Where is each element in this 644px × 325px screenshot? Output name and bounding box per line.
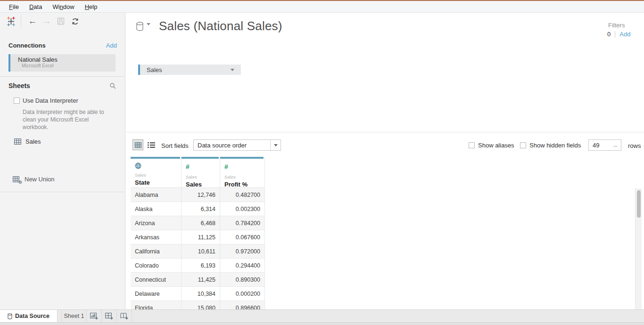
menu-data[interactable]: Data	[24, 1, 47, 12]
connections-title: Connections	[8, 42, 46, 49]
refresh-icon[interactable]	[68, 15, 82, 28]
show-aliases-checkbox[interactable]	[469, 142, 475, 148]
show-aliases-row: Show aliases	[469, 142, 514, 149]
sort-fields-label: Sort fields	[161, 142, 189, 149]
filters-header: Filters	[607, 22, 640, 29]
table-cell[interactable]: Connecticut	[131, 273, 182, 286]
chevron-down-icon	[274, 144, 278, 146]
table-cell[interactable]: 0.067600	[220, 230, 265, 244]
table-row[interactable]: California10,6110.972000	[131, 244, 265, 259]
tab-sheet1-label: Sheet 1	[64, 313, 84, 319]
menu-file[interactable]: File	[4, 1, 24, 12]
table-cell[interactable]: 15,080	[182, 301, 220, 309]
sheets-header: Sheets	[8, 82, 116, 89]
undo-back-icon[interactable]: ←	[25, 15, 40, 28]
table-grid-icon	[14, 138, 21, 145]
table-cell[interactable]: Alaska	[131, 202, 182, 216]
new-dashboard-button[interactable]	[102, 310, 117, 322]
page-title: Sales (National Sales)	[159, 19, 282, 33]
table-cell[interactable]: Arizona	[131, 216, 182, 230]
table-cell[interactable]: 11,125	[182, 230, 220, 244]
table-cell[interactable]: 10,611	[182, 244, 220, 258]
table-row[interactable]: Alaska6,3140.002300	[131, 202, 265, 216]
tab-data-source[interactable]: Data Source	[0, 310, 58, 322]
table-cell[interactable]: Arkansas	[131, 230, 182, 244]
connections-add-link[interactable]: Add	[106, 42, 117, 49]
tableau-logo-icon[interactable]	[4, 15, 18, 28]
canvas-table-sales[interactable]: Sales	[138, 65, 241, 75]
column-header-profit[interactable]: # Sales Profit %	[220, 157, 265, 188]
scrollbar-thumb[interactable]	[637, 190, 641, 218]
table-cell[interactable]: 10,384	[182, 287, 220, 301]
grid-view-button[interactable]	[132, 139, 143, 150]
vertical-scrollbar[interactable]	[635, 188, 642, 309]
table-cell[interactable]: 0.972000	[220, 244, 265, 258]
use-data-interpreter-label[interactable]: Use Data Interpreter	[23, 97, 78, 104]
table-cell[interactable]: 11,425	[182, 273, 220, 286]
save-icon[interactable]	[54, 15, 68, 28]
table-cell[interactable]: 6,314	[182, 202, 220, 216]
tab-sheet1[interactable]: Sheet 1	[61, 310, 87, 322]
table-row[interactable]: Delaware10,3840.000200	[131, 287, 265, 301]
row-count-input[interactable]: 49 →	[588, 139, 621, 151]
row-count-value[interactable]: 49	[589, 142, 611, 149]
table-cell[interactable]: 6,193	[182, 259, 220, 272]
connections-header: Connections Add	[8, 42, 117, 49]
menu-window[interactable]: Window	[47, 1, 79, 12]
use-data-interpreter-checkbox[interactable]	[14, 98, 20, 104]
status-bar	[0, 322, 644, 325]
toolbar: ← →	[0, 13, 125, 30]
table-cell[interactable]: Florida	[131, 301, 182, 309]
table-cell[interactable]: California	[131, 244, 182, 258]
table-cell[interactable]: Delaware	[131, 287, 182, 301]
new-union-icon: ⚙	[13, 176, 20, 183]
table-row[interactable]: Arizona6,4680.784200	[131, 216, 265, 230]
table-cell[interactable]: 0.002300	[220, 202, 265, 216]
search-icon[interactable]	[109, 82, 116, 89]
table-cell[interactable]: Colorado	[131, 259, 182, 272]
redo-forward-icon[interactable]: →	[40, 15, 54, 28]
column-name: Sales	[186, 181, 220, 188]
table-cell[interactable]: Alabama	[131, 188, 182, 202]
tab-data-source-label: Data Source	[15, 313, 50, 319]
column-header-state[interactable]: Sales State	[131, 157, 182, 188]
new-story-button[interactable]	[117, 310, 132, 322]
table-cell[interactable]: 0.294400	[220, 259, 265, 272]
dropdown-caret-button[interactable]	[270, 140, 281, 150]
apply-row-count-arrow-icon[interactable]: →	[611, 141, 621, 149]
sort-fields-dropdown[interactable]: Data source order	[193, 139, 281, 151]
table-row[interactable]: Colorado6,1930.294400	[131, 259, 265, 273]
table-cell[interactable]: 0.896600	[220, 301, 265, 309]
table-cell[interactable]: 0.784200	[220, 216, 265, 230]
table-row[interactable]: Arkansas11,1250.067600	[131, 230, 265, 244]
connection-type: Microsoft Excel	[22, 63, 116, 68]
connection-item-national-sales[interactable]: National Sales Microsoft Excel	[8, 54, 116, 72]
pane-splitter[interactable]	[126, 132, 644, 132]
sheet-item-sales[interactable]: Sales	[14, 138, 41, 145]
new-union-item[interactable]: ⚙ New Union	[13, 176, 55, 183]
column-header-sales[interactable]: # Sales Sales	[182, 157, 220, 188]
chevron-down-icon[interactable]	[147, 23, 150, 25]
sheets-title: Sheets	[8, 82, 30, 89]
table-cell[interactable]: 0.000200	[220, 287, 265, 301]
metadata-list-view-button[interactable]	[147, 141, 156, 149]
table-row[interactable]: Connecticut11,4250.890300	[131, 273, 265, 287]
menu-bar: File Data Window Help	[0, 1, 644, 13]
column-source: Sales	[135, 172, 181, 178]
new-worksheet-button[interactable]	[87, 310, 102, 322]
table-row[interactable]: Florida15,0800.896600	[131, 301, 265, 309]
table-row[interactable]: Alabama12,7460.482700	[131, 188, 265, 202]
chevron-down-icon[interactable]	[231, 69, 234, 71]
filters-add-link[interactable]: Add	[619, 31, 630, 38]
show-hidden-fields-checkbox[interactable]	[520, 142, 526, 148]
table-cell[interactable]: 0.890300	[220, 273, 265, 286]
table-cell[interactable]: 12,746	[182, 188, 220, 202]
table-cell[interactable]: 6,468	[182, 216, 220, 230]
hash-icon: #	[224, 163, 228, 171]
table-cell[interactable]: 0.482700	[220, 188, 265, 202]
menu-help[interactable]: Help	[80, 1, 103, 12]
datasource-title-row: Sales (National Sales)	[136, 19, 282, 33]
show-aliases-label[interactable]: Show aliases	[478, 142, 514, 149]
show-hidden-fields-label[interactable]: Show hidden fields	[529, 142, 581, 149]
column-name: State	[135, 179, 181, 186]
